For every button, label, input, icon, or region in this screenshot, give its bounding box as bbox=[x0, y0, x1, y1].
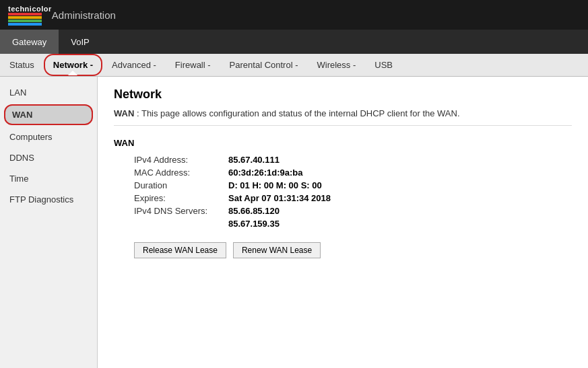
desc-separator: : bbox=[134, 108, 141, 118]
label-ipv4: IPv4 Address: bbox=[134, 155, 228, 165]
button-row: Release WAN Lease Renew WAN Lease bbox=[134, 242, 572, 258]
sidebar: LAN WAN Computers DDNS Time FTP Diagnost… bbox=[0, 77, 98, 368]
sidebar-item-time[interactable]: Time bbox=[0, 168, 97, 189]
logo-stripe-orange bbox=[8, 16, 42, 19]
value-ipv4: 85.67.40.111 bbox=[228, 155, 280, 165]
wan-info-table: IPv4 Address: 85.67.40.111 MAC Address: … bbox=[134, 155, 572, 229]
sub-nav-firewall[interactable]: Firewall - bbox=[166, 54, 220, 76]
sidebar-item-ddns[interactable]: DDNS bbox=[0, 147, 97, 168]
logo-stripe-blue bbox=[8, 23, 42, 26]
sub-nav-status[interactable]: Status bbox=[0, 54, 44, 76]
label-duration: Duration bbox=[134, 180, 228, 190]
desc-label: WAN bbox=[114, 108, 134, 118]
logo-stripe-green bbox=[8, 20, 42, 22]
logo-container: technicolor bbox=[8, 5, 52, 26]
sub-nav-parental-control[interactable]: Parental Control - bbox=[220, 54, 308, 76]
sub-nav-network[interactable]: Network - bbox=[44, 54, 102, 76]
main-nav-gateway[interactable]: Gateway bbox=[0, 30, 59, 54]
value-dns: 85.66.85.120 bbox=[228, 206, 280, 216]
label-dns2 bbox=[134, 219, 228, 229]
renew-wan-lease-button[interactable]: Renew WAN Lease bbox=[233, 242, 321, 258]
label-dns: IPv4 DNS Servers: bbox=[134, 206, 228, 216]
value-dns2: 85.67.159.35 bbox=[228, 219, 280, 229]
label-mac: MAC Address: bbox=[134, 168, 228, 178]
info-row-duration: Duration D: 01 H: 00 M: 00 S: 00 bbox=[134, 180, 572, 190]
sub-nav-usb[interactable]: USB bbox=[365, 54, 402, 76]
main-nav-voip[interactable]: VoIP bbox=[59, 30, 101, 54]
logo: technicolor bbox=[8, 5, 52, 26]
info-row-dns: IPv4 DNS Servers: 85.66.85.120 bbox=[134, 206, 572, 216]
logo-text: technicolor bbox=[8, 5, 52, 13]
main-nav: Gateway VoIP bbox=[0, 30, 588, 54]
value-mac: 60:3d:26:1d:9a:ba bbox=[228, 168, 303, 178]
sidebar-item-ftp-diagnostics[interactable]: FTP Diagnostics bbox=[0, 189, 97, 210]
desc-text: This page allows configuration and statu… bbox=[141, 108, 460, 118]
logo-stripes bbox=[8, 13, 52, 26]
top-bar: technicolor Administration bbox=[0, 0, 588, 30]
info-row-dns2: 85.67.159.35 bbox=[134, 219, 572, 229]
release-wan-lease-button[interactable]: Release WAN Lease bbox=[134, 242, 226, 258]
section-title: WAN bbox=[114, 138, 572, 148]
logo-stripe-red bbox=[8, 13, 42, 15]
main-content: Network WAN : This page allows configura… bbox=[98, 77, 588, 368]
value-duration: D: 01 H: 00 M: 00 S: 00 bbox=[228, 180, 322, 190]
sub-nav-advanced[interactable]: Advanced - bbox=[102, 54, 166, 76]
info-row-mac: MAC Address: 60:3d:26:1d:9a:ba bbox=[134, 168, 572, 178]
label-expires: Expires: bbox=[134, 193, 228, 203]
info-row-ipv4: IPv4 Address: 85.67.40.111 bbox=[134, 155, 572, 165]
sidebar-item-wan[interactable]: WAN bbox=[4, 104, 93, 125]
sidebar-item-computers[interactable]: Computers bbox=[0, 126, 97, 147]
page-description: WAN : This page allows configuration and… bbox=[114, 108, 572, 126]
sub-nav: Status Network - Advanced - Firewall - P… bbox=[0, 54, 588, 77]
content-area: LAN WAN Computers DDNS Time FTP Diagnost… bbox=[0, 77, 588, 368]
value-expires: Sat Apr 07 01:31:34 2018 bbox=[228, 193, 331, 203]
page-title: Network bbox=[114, 87, 572, 102]
app-title: Administration bbox=[52, 9, 116, 21]
sidebar-item-lan[interactable]: LAN bbox=[0, 82, 97, 103]
sub-nav-wireless[interactable]: Wireless - bbox=[307, 54, 365, 76]
info-row-expires: Expires: Sat Apr 07 01:31:34 2018 bbox=[134, 193, 572, 203]
